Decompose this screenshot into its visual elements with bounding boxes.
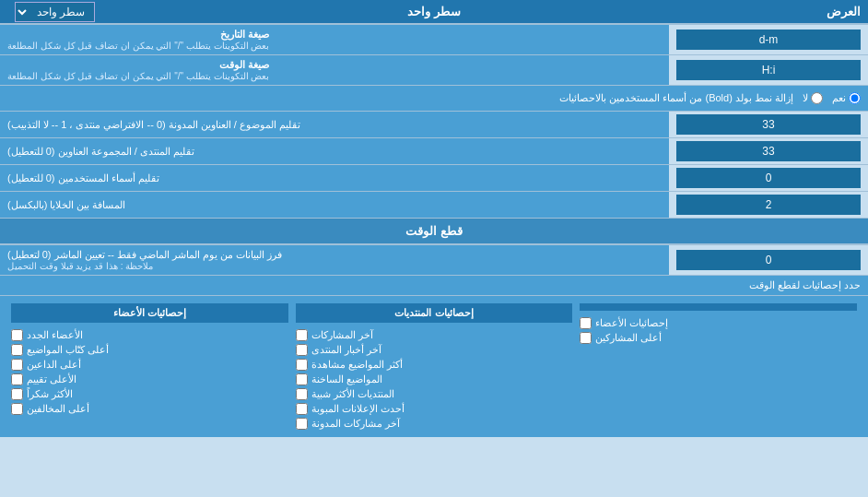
checkbox-hot-topics-cb[interactable] (296, 373, 308, 385)
checkbox-top-rated-cb[interactable] (11, 373, 23, 385)
usernames-row: 0 تقليم أسماء المستخدمين (0 للتعطيل) (0, 165, 868, 192)
checkbox-last-posts-cb[interactable] (296, 329, 308, 341)
checkbox-col-2: إحصائيات المنتديات آخر المشاركات آخر أخب… (292, 300, 577, 433)
date-format-input[interactable]: d-m (682, 33, 855, 46)
usernames-label: تقليم أسماء المستخدمين (0 للتعطيل) (0, 165, 669, 191)
forum-headers-input[interactable]: 33 (682, 145, 855, 158)
header-row: العرض سطر واحد سطر واحد سطرين ثلاثة أسطر (0, 0, 868, 25)
topics-headers-input-wrapper: 33 (676, 114, 861, 135)
checkbox-col-3: إحصائيات الأعضاء أعلى المشاركين (576, 300, 861, 433)
cell-spacing-input[interactable]: 2 (682, 198, 855, 211)
checkbox-forum-news: آخر أخبار المنتدى (296, 344, 573, 356)
date-format-row: d-m صيغة التاريخ بعض التكوينات يتطلب "/"… (0, 25, 868, 55)
checkbox-classifieds-cb[interactable] (296, 403, 308, 415)
checkbox-item-stats: إحصائيات الأعضاء (580, 317, 857, 329)
bold-yes-radio[interactable] (849, 92, 861, 104)
time-format-label: صيغة الوقت بعض التكوينات يتطلب "/" التي … (0, 55, 669, 85)
time-format-input-wrapper: H:i (676, 60, 861, 80)
checkbox-forum-news-cb[interactable] (296, 344, 308, 356)
bold-no-radio[interactable] (811, 92, 823, 104)
bold-yes-label[interactable]: نعم (832, 92, 861, 104)
topics-headers-row: 33 تقليم الموضوع / العناوين المدونة (0 -… (0, 112, 868, 138)
checkbox-stats-members[interactable] (580, 317, 592, 329)
checkbox-top-topic-writers: أعلى كتّاب المواضيع (11, 344, 288, 356)
checkbox-new-members-cb[interactable] (11, 329, 23, 341)
forum-headers-label: تقليم المنتدى / المجموعة العناوين (0 للت… (0, 138, 669, 164)
checkbox-most-viewed: أكثر المواضيع مشاهدة (296, 359, 573, 371)
checkbox-classifieds: أحدث الإعلانات المبوبة (296, 403, 573, 415)
cell-spacing-input-wrapper: 2 (676, 195, 861, 215)
checkbox-last-posts: آخر المشاركات (296, 329, 573, 341)
cell-spacing-label: المسافة بين الخلايا (بالبكسل) (0, 192, 669, 218)
checkbox-top-rated: الأعلى تقييم (11, 373, 288, 385)
checkbox-most-similar-cb[interactable] (296, 388, 308, 400)
date-format-input-wrapper: d-m (676, 30, 861, 50)
main-container: العرض سطر واحد سطر واحد سطرين ثلاثة أسطر… (0, 0, 868, 437)
cutoff-row: 0 فرز البيانات من يوم الماشر الماضي فقط … (0, 245, 868, 276)
bold-radio-options: نعم لا (803, 92, 861, 104)
forum-headers-row: 33 تقليم المنتدى / المجموعة العناوين (0 … (0, 138, 868, 165)
checkbox-blog-posts-cb[interactable] (296, 418, 308, 430)
cutoff-section-title: قطع الوقت (0, 219, 868, 245)
checkbox-most-similar: المنتديات الأكثر شبية (296, 388, 573, 400)
bold-row: نعم لا إزالة نمط بولد (Bold) من أسماء ال… (0, 86, 868, 112)
col2-header: إحصائيات المنتديات (296, 303, 573, 323)
topics-headers-label: تقليم الموضوع / العناوين المدونة (0 -- ا… (0, 112, 669, 137)
display-mode-select[interactable]: سطر واحد سطرين ثلاثة أسطر (15, 2, 95, 22)
checkboxes-area: إحصائيات الأعضاء أعلى المشاركين إحصائيات… (0, 296, 868, 437)
limit-row: حدد إحصائيات لقطع الوقت (0, 276, 868, 296)
checkbox-top-violators: أعلى المخالفين (11, 403, 288, 415)
cell-spacing-row: 2 المسافة بين الخلايا (بالبكسل) (0, 192, 868, 219)
time-format-input[interactable]: H:i (682, 64, 855, 77)
checkbox-top-inviters: أعلى الداعين (11, 359, 288, 371)
checkbox-most-thanked: الأكثر شكراً (11, 388, 288, 400)
checkbox-top-posters[interactable] (580, 332, 592, 344)
checkbox-top-violators-cb[interactable] (11, 403, 23, 415)
checkbox-new-members: الأعضاء الجدد (11, 329, 288, 341)
bold-row-label: إزالة نمط بولد (Bold) من أسماء المستخدمي… (7, 92, 793, 104)
bold-no-label[interactable]: لا (803, 92, 823, 104)
checkbox-item-top-posters: أعلى المشاركين (580, 332, 857, 344)
cutoff-label: فرز البيانات من يوم الماشر الماضي فقط --… (0, 245, 669, 275)
topics-headers-input[interactable]: 33 (682, 118, 855, 131)
forum-headers-input-wrapper: 33 (676, 141, 861, 161)
checkbox-col-1: إحصائيات الأعضاء الأعضاء الجدد أعلى كتّا… (7, 300, 292, 433)
usernames-input[interactable]: 0 (682, 172, 855, 184)
checkbox-most-thanked-cb[interactable] (11, 388, 23, 400)
cutoff-input[interactable]: 0 (682, 254, 855, 266)
checkbox-hot-topics: المواضيع الساخنة (296, 373, 573, 385)
checkbox-top-inviters-cb[interactable] (11, 359, 23, 371)
checkbox-blog-posts: آخر مشاركات المدونة (296, 418, 573, 430)
col3-header (580, 303, 857, 311)
col1-header: إحصائيات الأعضاء (11, 303, 288, 323)
usernames-input-wrapper: 0 (676, 168, 861, 188)
header-label: العرض (827, 5, 861, 18)
checkbox-top-topic-writers-cb[interactable] (11, 344, 23, 356)
time-format-row: H:i صيغة الوقت بعض التكوينات يتطلب "/" ا… (0, 55, 868, 86)
cutoff-input-wrapper: 0 (676, 250, 861, 270)
header-title: سطر واحد (407, 5, 461, 18)
checkbox-most-viewed-cb[interactable] (296, 359, 308, 371)
date-format-label: صيغة التاريخ بعض التكوينات يتطلب "/" الت… (0, 25, 669, 54)
